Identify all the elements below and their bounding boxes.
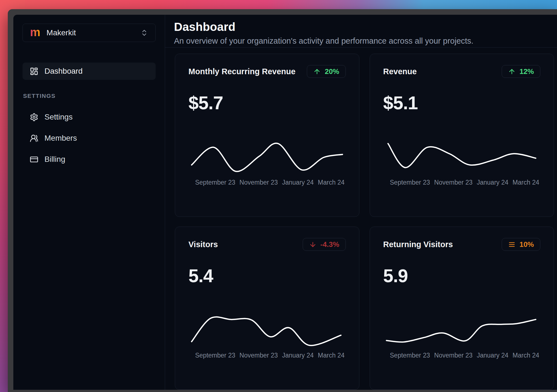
page-subtitle: An overview of your organization's activ…: [174, 36, 549, 46]
card-title: Monthly Recurring Revenue: [188, 67, 295, 76]
line-chart: [383, 137, 541, 174]
users-icon: [30, 134, 38, 143]
workspace-selector[interactable]: m Makerkit: [23, 24, 156, 42]
trend-badge: 12%: [502, 65, 540, 78]
sidebar-item-settings[interactable]: Settings: [23, 110, 156, 124]
page-header: Dashboard An overview of your organizati…: [165, 15, 557, 48]
credit-card-icon: [30, 155, 38, 164]
sidebar-item-label: Members: [44, 134, 77, 143]
workspace-name: Makerkit: [46, 28, 134, 37]
sidebar-section-label: SETTINGS: [23, 93, 156, 99]
sidebar-item-label: Dashboard: [44, 67, 83, 76]
sidebar-item-members[interactable]: Members: [23, 131, 156, 145]
card-title: Revenue: [383, 67, 417, 76]
main-nav: Dashboard: [23, 63, 156, 80]
x-axis-label: September 23: [390, 179, 430, 186]
trend-badge: 10%: [502, 238, 540, 251]
line-chart: [188, 310, 346, 347]
sidebar-item-label: Settings: [44, 113, 73, 121]
x-axis-label: March 24: [513, 352, 539, 359]
sidebar-item-billing[interactable]: Billing: [23, 152, 156, 167]
x-axis-label: March 24: [318, 352, 345, 359]
metric-value: 5.4: [188, 265, 346, 286]
app-content: m Makerkit Dashboard SETTINGS Settings: [13, 15, 557, 390]
sidebar-item-label: Billing: [44, 155, 65, 164]
x-axis-label: March 24: [513, 179, 539, 186]
main-area: Dashboard An overview of your organizati…: [165, 15, 557, 390]
gear-icon: [30, 113, 38, 121]
line-chart: [383, 310, 541, 347]
metric-value: 5.9: [383, 265, 541, 286]
card-title: Visitors: [188, 240, 218, 249]
x-axis-label: November 23: [240, 179, 278, 186]
metric-value: $5.1: [383, 92, 541, 113]
arrow-up-icon: [508, 68, 516, 75]
metric-value: $5.7: [188, 92, 346, 113]
card-monthly-recurring-revenue: Monthly Recurring Revenue 20% $5.7 Septe…: [175, 54, 359, 217]
trend-badge: 20%: [307, 65, 345, 78]
chevrons-up-down-icon: [140, 29, 148, 37]
card-returning-visitors: Returning Visitors 10% 5.9 September 23 …: [370, 227, 554, 390]
x-axis-labels: September 23 November 23 January 24 Marc…: [383, 179, 541, 186]
metric-cards-grid: Monthly Recurring Revenue 20% $5.7 Septe…: [165, 48, 557, 390]
x-axis-label: September 23: [195, 352, 235, 359]
x-axis-labels: September 23 November 23 January 24 Marc…: [383, 352, 541, 359]
x-axis-label: September 23: [390, 352, 430, 359]
x-axis-labels: September 23 November 23 January 24 Marc…: [188, 179, 346, 186]
x-axis-label: November 23: [434, 352, 473, 359]
arrow-down-icon: [309, 241, 317, 248]
card-revenue: Revenue 12% $5.1 September 23 November 2…: [370, 54, 554, 217]
x-axis-label: January 24: [477, 352, 508, 359]
sidebar: m Makerkit Dashboard SETTINGS Settings: [13, 15, 165, 390]
x-axis-label: January 24: [282, 352, 314, 359]
card-title: Returning Visitors: [383, 240, 453, 249]
sidebar-item-dashboard[interactable]: Dashboard: [23, 63, 156, 80]
page-title: Dashboard: [174, 20, 549, 34]
card-visitors: Visitors -4.3% 5.4 September 23 November…: [175, 227, 359, 390]
trend-value: 12%: [519, 67, 534, 76]
x-axis-label: January 24: [477, 179, 508, 186]
trend-value: 10%: [519, 240, 534, 249]
arrow-up-icon: [313, 68, 321, 75]
app-window: m Makerkit Dashboard SETTINGS Settings: [8, 9, 557, 392]
makerkit-logo: m: [30, 26, 40, 38]
x-axis-label: November 23: [434, 179, 473, 186]
x-axis-label: September 23: [195, 179, 235, 186]
trend-value: 20%: [325, 67, 339, 76]
x-axis-label: January 24: [282, 179, 314, 186]
trend-value: -4.3%: [320, 240, 339, 249]
menu-icon: [508, 241, 516, 248]
layout-dashboard-icon: [30, 67, 38, 76]
x-axis-label: March 24: [318, 179, 345, 186]
line-chart: [188, 137, 346, 174]
x-axis-label: November 23: [240, 352, 278, 359]
x-axis-labels: September 23 November 23 January 24 Marc…: [188, 352, 346, 359]
trend-badge: -4.3%: [303, 238, 346, 251]
settings-nav: Settings Members Billing: [23, 110, 156, 167]
